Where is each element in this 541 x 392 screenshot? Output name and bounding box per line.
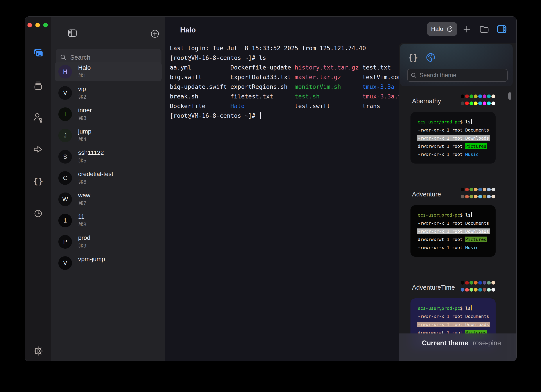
host-avatar: V — [58, 86, 72, 100]
folder-icon[interactable] — [479, 24, 489, 34]
host-shortcut: ⌘9 — [78, 243, 86, 249]
host-list-item[interactable]: P prod ⌘9 — [55, 232, 162, 252]
host-name: prod — [78, 234, 90, 241]
host-shortcut: ⌘6 — [78, 179, 86, 185]
theme-option[interactable]: Abernathy ecs-user@prod-pc$ ls -rwxr-xr-… — [399, 88, 516, 181]
terminal-pane: Halo Halo L — [165, 17, 516, 361]
host-list-item[interactable]: I inner ⌘3 — [55, 105, 162, 124]
host-list-item[interactable]: H Halo ⌘1 — [55, 62, 162, 81]
host-list-item[interactable]: W waw ⌘7 — [55, 190, 162, 209]
theme-preview: ecs-user@prod-pc$ ls -rwxr-xr-x 1 root D… — [411, 112, 496, 164]
theme-panel-header: {} — [400, 44, 513, 86]
host-initial: 1 — [63, 217, 67, 224]
current-theme-label: Current theme — [422, 339, 468, 347]
host-avatar: I — [58, 108, 72, 121]
minimize-button[interactable] — [35, 23, 40, 27]
theme-option[interactable]: Adventure ecs-user@prod-pc$ ls -rwxr-xr-… — [399, 181, 516, 274]
host-initial: I — [64, 111, 66, 118]
host-name: ssh11122 — [78, 149, 104, 156]
scrollbar[interactable] — [508, 92, 511, 100]
host-avatar: W — [58, 192, 72, 206]
host-list-item[interactable]: V vip ⌘2 — [55, 83, 162, 103]
activity-bar: >_ {} — [25, 17, 51, 361]
keychain-icon[interactable] — [33, 112, 43, 123]
host-avatar: C — [58, 171, 72, 185]
theme-search-input[interactable] — [419, 72, 504, 79]
theme-preview: ecs-user@prod-pc$ ls -rwxr-xr-x 1 root D… — [411, 205, 496, 257]
host-avatar: 1 — [58, 214, 72, 227]
host-shortcut: ⌘4 — [78, 136, 86, 143]
host-list-item[interactable]: 1 11 ⌘8 — [55, 211, 162, 230]
host-list-item[interactable]: J jump ⌘4 — [55, 126, 162, 145]
current-theme-footer: Current theme rose-pine — [399, 334, 516, 361]
host-name: vip — [78, 86, 86, 93]
host-initial: H — [63, 68, 67, 75]
theme-color-dots — [461, 94, 495, 108]
terminal-sessions-icon[interactable]: >_ — [33, 48, 43, 58]
host-name: vpm-jump — [78, 256, 105, 263]
theme-color-dots — [461, 188, 495, 202]
host-initial: W — [62, 196, 68, 203]
svg-text:>_: >_ — [37, 52, 41, 56]
zoom-button[interactable] — [43, 23, 48, 27]
theme-name: AdventureTime — [412, 284, 455, 291]
current-theme-value: rose-pine — [473, 339, 501, 347]
host-initial: V — [63, 90, 67, 97]
new-tab-plus-icon[interactable] — [462, 24, 472, 34]
theme-panel: {} — [399, 43, 516, 361]
host-avatar: S — [58, 150, 72, 164]
host-name: Halo — [78, 64, 91, 71]
host-shortcut: ⌘2 — [78, 94, 86, 100]
theme-search-field[interactable] — [407, 69, 508, 82]
host-name: 11 — [78, 213, 84, 220]
theme-list: Abernathy ecs-user@prod-pc$ ls -rwxr-xr-… — [399, 88, 516, 361]
settings-gear-icon[interactable] — [33, 346, 43, 356]
search-icon — [60, 54, 67, 61]
close-button[interactable] — [27, 23, 32, 27]
host-name: credetial-test — [78, 170, 113, 178]
host-shortcut: ⌘1 — [78, 72, 86, 79]
add-host-icon[interactable] — [150, 29, 160, 39]
host-avatar: J — [58, 129, 72, 142]
snippets-tab-icon[interactable]: {} — [408, 52, 419, 63]
terminal-cursor — [260, 112, 261, 119]
host-list: H Halo ⌘1 V vip ⌘2 I inner ⌘3 J jump ⌘4 … — [55, 62, 162, 275]
hosts-stack-icon[interactable] — [33, 80, 43, 91]
host-name: jump — [78, 128, 92, 135]
toggle-right-panel-icon[interactable] — [497, 24, 507, 34]
host-shortcut: ⌘7 — [78, 200, 86, 206]
session-tab[interactable]: Halo — [427, 22, 457, 36]
host-list-item[interactable]: V vpm-jump — [55, 253, 162, 273]
host-initial: J — [64, 132, 67, 139]
host-avatar: P — [58, 235, 72, 249]
host-shortcut: ⌘5 — [78, 158, 86, 164]
host-initial: C — [63, 175, 67, 181]
sidebar: H Halo ⌘1 V vip ⌘2 I inner ⌘3 J jump ⌘4 … — [51, 17, 165, 361]
host-list-item[interactable]: S ssh11122 ⌘5 — [55, 147, 162, 166]
host-avatar: H — [58, 65, 72, 78]
host-initial: S — [63, 154, 67, 160]
host-name: inner — [78, 107, 92, 114]
refresh-icon[interactable] — [446, 26, 453, 33]
search-input[interactable] — [70, 54, 157, 61]
host-shortcut: ⌘3 — [78, 115, 86, 121]
session-tab-label: Halo — [431, 26, 443, 32]
host-initial: P — [63, 238, 67, 245]
host-initial: V — [63, 260, 67, 267]
host-name: waw — [78, 192, 90, 199]
session-title: Halo — [180, 26, 196, 34]
snippets-icon[interactable]: {} — [33, 176, 43, 186]
host-shortcut: ⌘8 — [78, 222, 86, 227]
window-controls — [27, 23, 48, 27]
host-list-item[interactable]: C credetial-test ⌘6 — [55, 168, 162, 188]
port-forwarding-icon[interactable] — [33, 144, 43, 155]
theme-name: Abernathy — [412, 98, 441, 105]
search-icon — [411, 72, 417, 78]
host-avatar: V — [58, 256, 72, 270]
themes-palette-icon[interactable] — [425, 52, 436, 63]
sidebar-toggle-icon[interactable] — [68, 29, 77, 37]
terminal-output[interactable]: Last login: Tue Jul 8 15:33:52 2025 from… — [170, 43, 402, 121]
theme-color-dots — [461, 281, 495, 295]
theme-name: Adventure — [412, 191, 441, 198]
history-icon[interactable] — [33, 208, 43, 219]
